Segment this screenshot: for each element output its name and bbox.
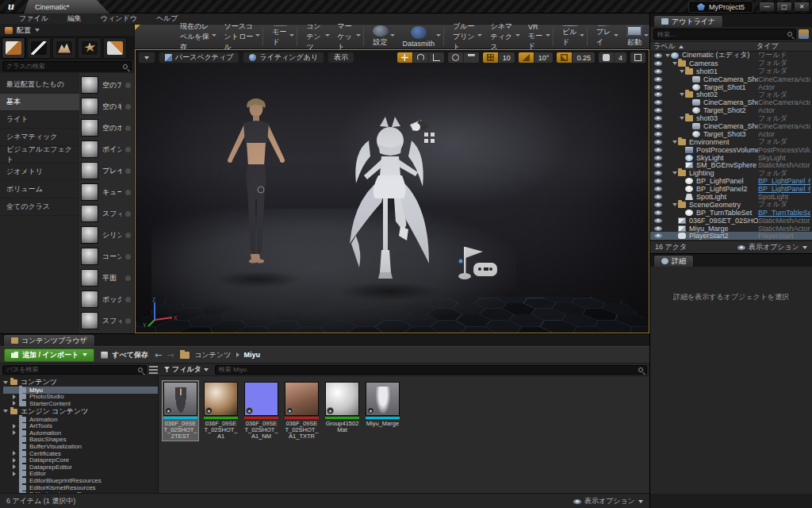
surface-snap-button[interactable] — [464, 52, 479, 63]
place-category[interactable]: 全てのクラス — [0, 198, 79, 216]
toolbar-button[interactable]: ソースコントロール — [217, 25, 262, 48]
toolbar-button[interactable]: 現在のレベルを保存 — [173, 25, 217, 48]
viewport-options-button[interactable] — [138, 52, 155, 64]
lit-mode-button[interactable]: ライティングあり — [243, 52, 324, 64]
editor-mode-button[interactable] — [78, 37, 102, 59]
place-category[interactable]: ボリューム — [0, 181, 79, 198]
folder-row[interactable]: エンジン コンテンツ — [3, 407, 158, 416]
drag-handle-icon[interactable] — [125, 190, 131, 195]
toolbar-button[interactable]: VRモード — [521, 25, 551, 48]
outliner-view-options-button[interactable]: 表示オプション — [737, 242, 807, 252]
chevron-down-icon[interactable] — [436, 34, 441, 37]
outliner-row[interactable]: shot01 フォルダ — [650, 67, 812, 75]
toolbar-button[interactable]: ビルド — [555, 25, 585, 48]
visibility-eye-icon[interactable] — [654, 108, 662, 113]
visibility-eye-icon[interactable] — [654, 69, 662, 74]
add-import-button[interactable]: 追加 / インポート — [4, 348, 94, 362]
forward-button[interactable]: → — [167, 350, 174, 360]
toolbar-button[interactable]: マーケット — [331, 25, 362, 48]
class-search-input[interactable] — [6, 63, 123, 70]
drag-handle-icon[interactable] — [125, 125, 131, 131]
asset-tile[interactable]: ★ Miyu_Marge — [364, 380, 401, 429]
place-category[interactable]: 最近配置したもの — [0, 76, 79, 94]
asset-tile[interactable]: ★ 036F_09SET_02SHOT_A1_TXTR — [283, 380, 320, 441]
placeable-item[interactable]: スフィア — [81, 204, 132, 223]
visibility-eye-icon[interactable] — [654, 92, 662, 97]
tab-outliner[interactable]: アウトライナ — [653, 15, 723, 27]
grid-snap-toggle[interactable] — [483, 52, 499, 63]
outliner-row[interactable]: PostProcessVolume PostProcessVolume — [650, 146, 812, 154]
folder-row[interactable]: ArtTools — [3, 422, 158, 429]
outliner-row[interactable]: SceneGeometry フォルダ — [650, 201, 812, 209]
chevron-down-icon[interactable] — [325, 34, 330, 37]
camera-speed-value[interactable]: 4 — [615, 52, 626, 63]
chevron-down-icon[interactable] — [212, 34, 216, 37]
visibility-eye-icon[interactable] — [654, 210, 662, 215]
place-panel-header[interactable]: 配置 — [0, 25, 134, 36]
back-button[interactable]: ← — [155, 350, 162, 360]
breadcrumb-current[interactable]: Miyu — [244, 351, 261, 359]
menu-item[interactable]: 編集 — [58, 13, 91, 24]
asset-tile[interactable]: ★ 036F_09SET_02SHOT_A1_NM — [243, 380, 280, 441]
visibility-eye-icon[interactable] — [654, 187, 662, 191]
camera-speed-button[interactable] — [599, 52, 615, 63]
path-search-input[interactable] — [6, 366, 138, 373]
drag-handle-icon[interactable] — [125, 318, 131, 324]
toolbar-button[interactable]: シネマティクス — [483, 25, 521, 48]
folder-row[interactable]: Automation — [3, 429, 158, 437]
placeable-item[interactable]: 空のポーン — [81, 118, 132, 137]
visibility-eye-icon[interactable] — [654, 61, 662, 66]
close-button[interactable]: ✕ — [794, 2, 810, 12]
scale-snap-toggle[interactable] — [557, 52, 573, 63]
view-mode-perspective-button[interactable]: パースペクティブ — [159, 52, 239, 64]
chevron-down-icon[interactable] — [390, 34, 395, 37]
folder-row[interactable]: Animation — [3, 416, 158, 423]
folder-row[interactable]: PhotoStudio — [3, 394, 158, 401]
scale-tool-button[interactable] — [429, 52, 444, 63]
toolbar-button[interactable]: コンテンツ — [299, 25, 330, 48]
filters-button[interactable]: フィルタ — [161, 364, 212, 375]
visibility-eye-icon[interactable] — [654, 148, 662, 152]
editor-mode-button[interactable] — [2, 37, 25, 59]
outliner-row[interactable]: PlayerStart2 PlayerStart — [650, 232, 812, 240]
chevron-down-icon[interactable] — [580, 34, 584, 37]
character-photoreal-woman[interactable] — [224, 94, 288, 282]
place-category[interactable]: 基本 — [0, 94, 79, 111]
visibility-eye-icon[interactable] — [654, 202, 662, 207]
outliner-row[interactable]: shot03 フォルダ — [650, 114, 812, 122]
drag-handle-icon[interactable] — [125, 233, 131, 238]
folder-row[interactable]: EditorBlueprintResources — [3, 477, 158, 484]
folder-row[interactable]: BasicShapes — [3, 437, 158, 444]
folder-row[interactable]: DataprepCore — [3, 456, 158, 464]
show-flags-button[interactable]: 表示 — [327, 52, 354, 64]
outliner-row[interactable]: shot02 フォルダ — [650, 90, 812, 98]
drag-handle-icon[interactable] — [125, 104, 131, 110]
scale-snap-value[interactable]: 0.25 — [573, 52, 595, 63]
visibility-eye-icon[interactable] — [654, 226, 662, 231]
column-type[interactable]: タイプ — [756, 41, 809, 52]
visibility-eye-icon[interactable] — [654, 179, 662, 183]
outliner-row[interactable]: CineCamera_Shot3 CineCameraActor — [650, 122, 812, 130]
place-category[interactable]: ビジュアルエフェクト — [0, 146, 79, 164]
visibility-eye-icon[interactable] — [654, 77, 662, 82]
outliner-row[interactable]: CineCamera_Shot1 CineCameraActor — [650, 75, 812, 83]
menu-item[interactable]: ウィンドウ — [91, 13, 147, 24]
visibility-eye-icon[interactable] — [654, 140, 662, 144]
tab-details[interactable]: 詳細 — [653, 255, 694, 267]
maximize-button[interactable]: □ — [776, 2, 792, 12]
toolbar-button[interactable]: ブループリント — [446, 25, 483, 48]
visibility-eye-icon[interactable] — [654, 171, 662, 175]
visibility-eye-icon[interactable] — [654, 233, 662, 238]
visibility-eye-icon[interactable] — [654, 53, 662, 58]
chevron-down-icon[interactable] — [515, 34, 520, 37]
drag-handle-icon[interactable] — [125, 211, 131, 217]
maximize-viewport-button[interactable] — [630, 52, 645, 63]
visibility-eye-icon[interactable] — [654, 124, 662, 129]
visibility-eye-icon[interactable] — [654, 218, 662, 223]
placeable-item[interactable]: キューブ — [81, 183, 132, 202]
level-tab[interactable]: Cinematic* — [24, 0, 109, 13]
toolbar-button[interactable]: 設定 — [366, 25, 396, 48]
drag-handle-icon[interactable] — [125, 254, 131, 260]
folder-row[interactable]: Miyu — [3, 387, 158, 394]
asset-tile[interactable]: ★ 036F_09SET_02SHOT_A1 — [202, 380, 239, 441]
